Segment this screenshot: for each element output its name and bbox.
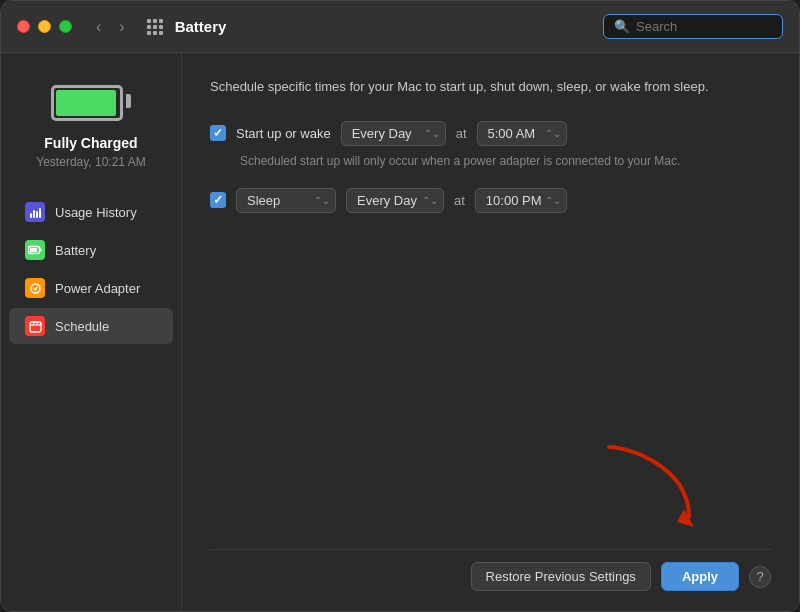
svg-rect-2 [36,211,38,218]
traffic-lights [17,20,72,33]
battery-status-label: Fully Charged [44,135,137,151]
battery-sidebar-icon [25,240,45,260]
startup-time-arrows: ⌃⌄ [545,128,561,139]
sidebar-item-battery[interactable]: Battery [9,232,173,268]
sleep-action-select[interactable]: Sleep Shut Down Wake [236,188,336,213]
startup-schedule-select[interactable]: Every Day Weekdays Weekends Monday Tuesd… [341,121,446,146]
startup-time-value: 5:00 AM [488,126,536,141]
restore-button[interactable]: Restore Previous Settings [471,562,651,591]
sleep-schedule-select[interactable]: Every Day Weekdays Weekends [346,188,444,213]
sleep-row: ✓ Sleep Shut Down Wake Every Day Weekday… [210,188,771,213]
sidebar-item-label: Usage History [55,205,137,220]
close-button[interactable] [17,20,30,33]
nav-buttons: ‹ › [90,16,131,38]
sleep-at-label: at [454,193,465,208]
titlebar: ‹ › Battery 🔍 [1,1,799,53]
sleep-schedule-wrapper: Every Day Weekdays Weekends [346,188,444,213]
sleep-action-wrapper: Sleep Shut Down Wake [236,188,336,213]
sleep-time-selector[interactable]: 10:00 PM ⌃⌄ [475,188,567,213]
svg-rect-0 [30,213,32,218]
schedule-icon [25,316,45,336]
sidebar-item-power-adapter[interactable]: Power Adapter [9,270,173,306]
help-button[interactable]: ? [749,566,771,588]
sidebar-item-label: Power Adapter [55,281,140,296]
search-icon: 🔍 [614,19,630,34]
sidebar-item-label: Battery [55,243,96,258]
startup-at-label: at [456,126,467,141]
sidebar-item-label: Schedule [55,319,109,334]
battery-date-label: Yesterday, 10:21 AM [36,155,145,169]
content-area: Fully Charged Yesterday, 10:21 AM Usage … [1,53,799,611]
sidebar: Fully Charged Yesterday, 10:21 AM Usage … [1,53,181,611]
maximize-button[interactable] [59,20,72,33]
svg-rect-5 [30,248,37,252]
bottom-bar: Restore Previous Settings Apply ? [210,549,771,595]
svg-rect-3 [39,208,41,218]
window: ‹ › Battery 🔍 Fully C [0,0,800,612]
sleep-checkbox[interactable]: ✓ [210,192,226,208]
minimize-button[interactable] [38,20,51,33]
window-title: Battery [175,18,591,35]
app-grid-icon[interactable] [147,19,163,35]
sidebar-item-usage-history[interactable]: Usage History [9,194,173,230]
startup-label: Start up or wake [236,126,331,141]
forward-button[interactable]: › [113,16,130,38]
usage-history-icon [25,202,45,222]
search-input[interactable] [636,19,766,34]
sidebar-item-schedule[interactable]: Schedule [9,308,173,344]
svg-rect-9 [33,321,35,324]
battery-icon [51,83,131,123]
search-box[interactable]: 🔍 [603,14,783,39]
startup-note: Scheduled start up will only occur when … [240,154,771,168]
svg-rect-10 [36,321,38,324]
apply-button[interactable]: Apply [661,562,739,591]
description-text: Schedule specific times for your Mac to … [210,77,771,97]
startup-row: ✓ Start up or wake Every Day Weekdays We… [210,121,771,146]
startup-time-selector[interactable]: 5:00 AM ⌃⌄ [477,121,567,146]
back-button[interactable]: ‹ [90,16,107,38]
svg-rect-8 [30,322,41,332]
svg-rect-6 [40,249,42,252]
sleep-time-value: 10:00 PM [486,193,542,208]
sleep-time-arrows: ⌃⌄ [545,195,561,206]
main-panel: Schedule specific times for your Mac to … [181,53,799,611]
power-adapter-icon [25,278,45,298]
startup-schedule-wrapper: Every Day Weekdays Weekends Monday Tuesd… [341,121,446,146]
svg-point-7 [31,284,40,293]
startup-checkbox[interactable]: ✓ [210,125,226,141]
svg-rect-1 [33,210,35,218]
